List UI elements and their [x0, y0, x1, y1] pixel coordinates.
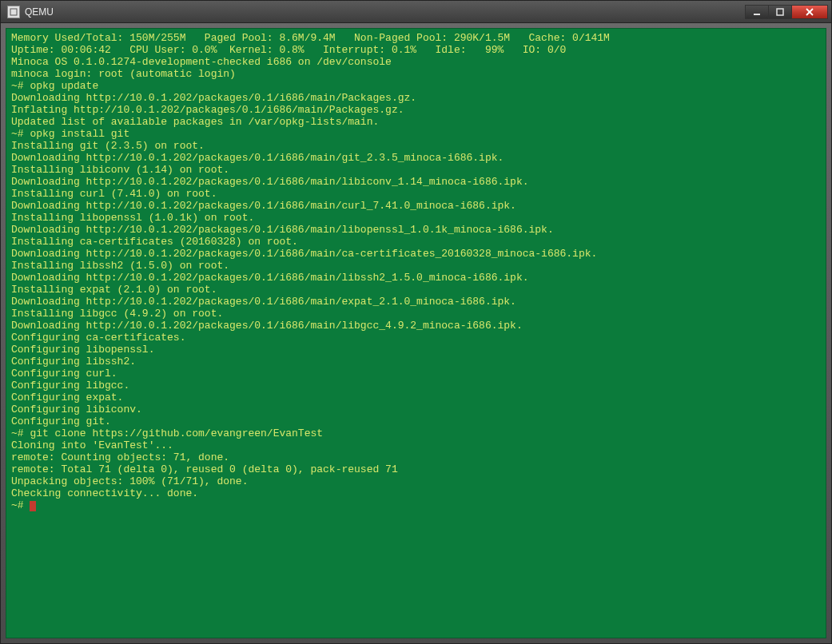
terminal-line: Installing ca-certificates (20160328) on…	[11, 236, 821, 248]
terminal-line: Downloading http://10.0.1.202/packages/0…	[11, 224, 821, 236]
terminal-line: Configuring libgcc.	[11, 380, 821, 392]
terminal-line: Uptime: 00:06:42 CPU User: 0.0% Kernel: …	[11, 44, 821, 56]
terminal-line: Unpacking objects: 100% (71/71), done.	[11, 475, 821, 487]
terminal-line: Configuring ca-certificates.	[11, 332, 821, 344]
terminal-line: Downloading http://10.0.1.202/packages/0…	[11, 296, 821, 308]
terminal-line: Downloading http://10.0.1.202/packages/0…	[11, 92, 821, 104]
window-controls	[746, 5, 828, 19]
terminal-viewport[interactable]: Memory Used/Total: 150M/255M Paged Pool:…	[6, 28, 826, 638]
terminal-line: remote: Counting objects: 71, done.	[11, 451, 821, 463]
terminal-line: Configuring libiconv.	[11, 403, 821, 415]
terminal-line: Installing libiconv (1.14) on root.	[11, 164, 821, 176]
terminal-line: ~# opkg install git	[11, 128, 821, 140]
terminal-line: Cloning into 'EvanTest'...	[11, 439, 821, 451]
terminal-line: Configuring libssh2.	[11, 356, 821, 368]
terminal-line: Installing expat (2.1.0) on root.	[11, 284, 821, 296]
terminal-line: Installing libgcc (4.9.2) on root.	[11, 308, 821, 320]
maximize-button[interactable]	[768, 5, 792, 19]
terminal-line: Updated list of available packages in /v…	[11, 116, 821, 128]
terminal-line: Downloading http://10.0.1.202/packages/0…	[11, 248, 821, 260]
minimize-button[interactable]	[745, 5, 769, 19]
cursor	[30, 501, 36, 511]
terminal-line: ~# opkg update	[11, 80, 821, 92]
terminal-line: Installing curl (7.41.0) on root.	[11, 188, 821, 200]
terminal-line: Configuring git.	[11, 415, 821, 427]
terminal-line: Downloading http://10.0.1.202/packages/0…	[11, 272, 821, 284]
minimize-icon	[753, 8, 761, 16]
window-frame: QEMU Memory Used/Total: 150M/255M Paged …	[0, 0, 832, 644]
close-icon	[805, 8, 814, 16]
terminal-line: minoca login: root (automatic login)	[11, 68, 821, 80]
svg-rect-1	[754, 14, 760, 15]
terminal-line: Installing libopenssl (1.0.1k) on root.	[11, 212, 821, 224]
terminal-line: Inflating http://10.0.1.202/packages/0.1…	[11, 104, 821, 116]
terminal-line: Installing libssh2 (1.5.0) on root.	[11, 260, 821, 272]
terminal-line: remote: Total 71 (delta 0), reused 0 (de…	[11, 463, 821, 475]
terminal-line: Memory Used/Total: 150M/255M Paged Pool:…	[11, 32, 821, 44]
maximize-icon	[776, 8, 784, 16]
terminal-line: Minoca OS 0.1.0.1274-development-checked…	[11, 56, 821, 68]
terminal-line: ~#	[11, 499, 821, 511]
terminal-line: Downloading http://10.0.1.202/packages/0…	[11, 152, 821, 164]
terminal-line: Configuring libopenssl.	[11, 344, 821, 356]
window-title: QEMU	[25, 6, 746, 18]
terminal-line: Downloading http://10.0.1.202/packages/0…	[11, 320, 821, 332]
terminal-line: Downloading http://10.0.1.202/packages/0…	[11, 176, 821, 188]
close-button[interactable]	[791, 5, 828, 19]
svg-rect-2	[777, 9, 783, 15]
terminal-line: ~# git clone https://github.com/evangree…	[11, 427, 821, 439]
terminal-line: Installing git (2.3.5) on root.	[11, 140, 821, 152]
terminal-line: Downloading http://10.0.1.202/packages/0…	[11, 200, 821, 212]
client-area: Memory Used/Total: 150M/255M Paged Pool:…	[1, 23, 831, 643]
terminal-line: Checking connectivity... done.	[11, 487, 821, 499]
terminal-line: Configuring expat.	[11, 392, 821, 403]
titlebar[interactable]: QEMU	[1, 1, 831, 23]
app-icon	[7, 6, 20, 18]
svg-rect-0	[10, 9, 17, 15]
terminal-line: Configuring curl.	[11, 368, 821, 380]
